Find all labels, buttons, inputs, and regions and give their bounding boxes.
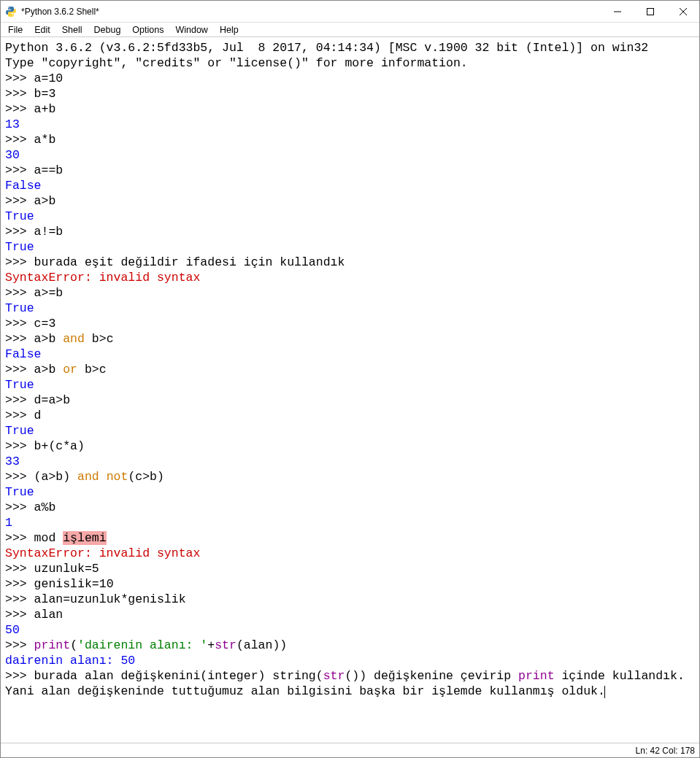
output-line: True <box>5 378 34 392</box>
input-seg: b>c <box>77 363 107 376</box>
text-cursor <box>604 686 605 698</box>
output-line: 13 <box>5 117 20 131</box>
output-line: 1 <box>5 516 12 530</box>
close-button[interactable] <box>666 1 699 23</box>
output-line: 50 <box>5 623 20 637</box>
menu-shell[interactable]: Shell <box>56 24 88 36</box>
prompt: >>> <box>5 225 34 239</box>
prompt: >>> <box>5 562 34 576</box>
space <box>99 470 107 484</box>
prompt: >>> <box>5 102 34 116</box>
input-line: a>b <box>34 194 56 208</box>
prompt: >>> <box>5 608 34 622</box>
prompt: >>> <box>5 363 34 376</box>
input-seg: (c>b) <box>128 470 164 484</box>
prompt: >>> <box>5 255 34 269</box>
input-line: a=10 <box>34 71 64 85</box>
op: + <box>207 638 215 652</box>
prompt: >>> <box>5 500 34 514</box>
prompt: >>> <box>5 286 34 300</box>
input-seg: b>c <box>85 332 114 346</box>
output-line: 33 <box>5 455 20 468</box>
svg-point-1 <box>12 15 13 15</box>
menu-help[interactable]: Help <box>214 24 245 36</box>
prompt: >>> <box>5 669 34 683</box>
menu-window[interactable]: Window <box>169 24 213 36</box>
output-line: False <box>5 347 42 361</box>
titlebar-left: *Python 3.6.2 Shell* <box>5 6 99 18</box>
prompt: >>> <box>5 163 34 177</box>
statusbar: Ln: 42 Col: 178 <box>1 743 699 757</box>
menu-options[interactable]: Options <box>126 24 169 36</box>
input-line: a+b <box>34 102 56 116</box>
input-line: b=3 <box>34 87 56 101</box>
output-line: 30 <box>5 148 20 162</box>
input-seg: (alan)) <box>236 638 287 652</box>
titlebar: *Python 3.6.2 Shell* <box>1 1 699 23</box>
builtin-print: print <box>518 669 555 683</box>
input-line: burada eşit değildir ifadesi için kullan… <box>34 255 345 269</box>
window-title: *Python 3.6.2 Shell* <box>21 7 99 17</box>
input-line: alan=uzunluk*genislik <box>34 592 186 606</box>
prompt: >>> <box>5 638 34 652</box>
input-seg: burada alan değişkenini(integer) string( <box>34 669 323 683</box>
prompt: >>> <box>5 592 34 606</box>
input-line: genislik=10 <box>34 577 114 591</box>
menubar: File Edit Shell Debug Options Window Hel… <box>1 23 699 37</box>
prompt: >>> <box>5 133 34 147</box>
builtin-str: str <box>215 638 236 652</box>
input-seg: a>b <box>34 363 64 376</box>
prompt: >>> <box>5 87 34 101</box>
builtin-str: str <box>323 669 345 683</box>
input-line: uzunluk=5 <box>34 562 99 576</box>
prompt: >>> <box>5 409 34 422</box>
input-line: alan <box>34 608 64 622</box>
shell-text-area[interactable]: Python 3.6.2 (v3.6.2:5fd33b5, Jul 8 2017… <box>1 37 699 743</box>
keyword-and: and <box>63 332 85 346</box>
input-seg: mod <box>34 531 64 545</box>
prompt: >>> <box>5 470 34 484</box>
input-line: b+(c*a) <box>34 439 85 453</box>
prompt: >>> <box>5 531 34 545</box>
prompt: >>> <box>5 393 34 407</box>
input-seg: (a>b) <box>34 470 77 484</box>
svg-rect-3 <box>647 8 653 15</box>
highlighted-text: işlemi <box>63 531 106 545</box>
output-line: True <box>5 485 34 499</box>
output-line: True <box>5 240 34 254</box>
output-line: True <box>5 424 34 438</box>
menu-debug[interactable]: Debug <box>88 24 127 36</box>
input-line: a!=b <box>34 225 64 239</box>
keyword-not: not <box>107 470 128 484</box>
output-line: True <box>5 209 34 223</box>
input-line: c=3 <box>34 317 56 330</box>
output-line: True <box>5 301 34 315</box>
builtin-print: print <box>34 638 71 652</box>
menu-file[interactable]: File <box>2 24 28 36</box>
error-line: SyntaxError: invalid syntax <box>5 546 200 560</box>
input-line: a%b <box>34 500 56 514</box>
python-idle-icon <box>5 6 17 18</box>
input-seg: ()) değişkenine çevirip <box>345 669 518 683</box>
output-line: dairenin alanı: 50 <box>5 654 135 668</box>
svg-point-0 <box>9 7 9 8</box>
minimize-button[interactable] <box>601 1 634 23</box>
input-line: d <box>34 409 42 422</box>
cursor-position: Ln: 42 Col: 178 <box>636 746 695 756</box>
error-line: SyntaxError: invalid syntax <box>5 271 200 285</box>
input-seg: a>b <box>34 332 64 346</box>
maximize-button[interactable] <box>634 1 666 23</box>
prompt: >>> <box>5 194 34 208</box>
input-line: a*b <box>34 133 56 147</box>
prompt: >>> <box>5 439 34 453</box>
banner-line1: Python 3.6.2 (v3.6.2:5fd33b5, Jul 8 2017… <box>5 41 648 55</box>
string-literal: 'dairenin alanı: ' <box>77 638 207 652</box>
paren: ( <box>70 638 77 652</box>
prompt: >>> <box>5 71 34 85</box>
output-line: False <box>5 179 42 193</box>
input-line: a==b <box>34 163 64 177</box>
prompt: >>> <box>5 332 34 346</box>
menu-edit[interactable]: Edit <box>28 24 56 36</box>
prompt: >>> <box>5 577 34 591</box>
keyword-or: or <box>63 363 77 376</box>
